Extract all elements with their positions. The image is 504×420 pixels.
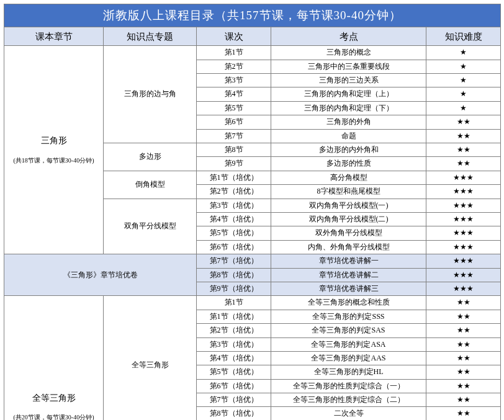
- lesson-cell: 第1节（培优）: [197, 310, 271, 323]
- table-title: 浙教版八上课程目录（共157节课，每节课30-40分钟）: [4, 4, 501, 27]
- lesson-cell: 第3节（培优）: [197, 199, 271, 212]
- lesson-cell: 第7节（培优）: [197, 254, 271, 268]
- lesson-cell: 第7节（培优）: [197, 393, 271, 407]
- point-cell: 三角形的内角和定理（下）: [271, 101, 426, 115]
- point-cell: 多边形的内外角和: [271, 143, 426, 157]
- point-cell: 双内角角平分线模型(二): [271, 212, 426, 226]
- difficulty-cell: ★★★: [426, 226, 501, 240]
- difficulty-cell: ★★: [426, 310, 501, 323]
- topic-cell: 双角平分线模型: [104, 199, 197, 254]
- chapter-cell: 三角形(共18节课，每节课30-40分钟): [4, 46, 104, 254]
- point-cell: 命题: [271, 129, 426, 143]
- point-cell: 三角形的概念: [271, 46, 426, 60]
- lesson-cell: 第6节: [197, 115, 271, 129]
- point-cell: 三角形中的三条重要线段: [271, 60, 426, 73]
- point-cell: 全等三角形的性质判定综合（一）: [271, 379, 426, 393]
- topic-cell: 多边形: [104, 143, 197, 171]
- lesson-cell: 第2节（培优）: [197, 185, 271, 199]
- lesson-cell: 第4节: [197, 87, 271, 101]
- difficulty-cell: ★★: [426, 157, 501, 171]
- point-cell: 全等三角形的判定ASA: [271, 337, 426, 351]
- point-cell: 全等三角形的概念和性质: [271, 296, 426, 310]
- difficulty-cell: ★★: [426, 296, 501, 310]
- difficulty-cell: ★★★: [426, 268, 501, 282]
- difficulty-cell: ★★★: [426, 254, 501, 268]
- difficulty-cell: ★★: [426, 129, 501, 143]
- difficulty-cell: ★★★: [426, 212, 501, 226]
- lesson-cell: 第6节（培优）: [197, 379, 271, 393]
- lesson-cell: 第5节（培优）: [197, 365, 271, 379]
- lesson-cell: 第4节（培优）: [197, 212, 271, 226]
- topic-cell: 三角形的边与角: [104, 46, 197, 143]
- difficulty-cell: ★★★: [426, 282, 501, 295]
- point-cell: 8字模型和燕尾模型: [271, 185, 426, 199]
- difficulty-cell: ★★: [426, 115, 501, 129]
- difficulty-cell: ★★: [426, 365, 501, 379]
- col-header: 考点: [271, 27, 426, 46]
- lesson-cell: 第8节（培优）: [197, 407, 271, 420]
- difficulty-cell: ★★: [426, 351, 501, 365]
- difficulty-cell: ★: [426, 46, 501, 60]
- difficulty-cell: ★★★: [426, 171, 501, 184]
- lesson-cell: 第9节（培优）: [197, 282, 271, 295]
- difficulty-cell: ★★: [426, 393, 501, 407]
- lesson-cell: 第1节（培优）: [197, 171, 271, 184]
- difficulty-cell: ★: [426, 74, 501, 87]
- point-cell: 二次全等: [271, 407, 426, 420]
- topic-cell: 倒角模型: [104, 171, 197, 199]
- point-cell: 全等三角形的判定AAS: [271, 351, 426, 365]
- col-header: 课次: [197, 27, 271, 46]
- point-cell: 全等三角形的性质判定综合（二）: [271, 393, 426, 407]
- difficulty-cell: ★★: [426, 337, 501, 351]
- lesson-cell: 第1节: [197, 296, 271, 310]
- lesson-cell: 第4节（培优）: [197, 351, 271, 365]
- lesson-cell: 第9节: [197, 157, 271, 171]
- col-header: 知识难度: [426, 27, 501, 46]
- difficulty-cell: ★: [426, 101, 501, 115]
- difficulty-cell: ★: [426, 87, 501, 101]
- difficulty-cell: ★★★: [426, 185, 501, 199]
- point-cell: 双内角角平分线模型(一): [271, 199, 426, 212]
- lesson-cell: 第1节: [197, 46, 271, 60]
- lesson-cell: 第3节（培优）: [197, 337, 271, 351]
- point-cell: 章节培优卷讲解一: [271, 254, 426, 268]
- lesson-cell: 第3节: [197, 74, 271, 87]
- col-header: 课本章节: [4, 27, 104, 46]
- point-cell: 章节培优卷讲解二: [271, 268, 426, 282]
- lesson-cell: 第8节: [197, 143, 271, 157]
- point-cell: 全等三角形的判定SSS: [271, 310, 426, 323]
- lesson-cell: 第5节（培优）: [197, 226, 271, 240]
- topic-cell: 全等三角形: [104, 296, 197, 420]
- difficulty-cell: ★: [426, 60, 501, 73]
- difficulty-cell: ★★: [426, 324, 501, 337]
- review-title-cell: 《三角形》章节培优卷: [4, 254, 197, 296]
- lesson-cell: 第5节: [197, 101, 271, 115]
- difficulty-cell: ★★: [426, 407, 501, 420]
- difficulty-cell: ★★★: [426, 199, 501, 212]
- difficulty-cell: ★★: [426, 379, 501, 393]
- lesson-cell: 第8节（培优）: [197, 268, 271, 282]
- point-cell: 章节培优卷讲解三: [271, 282, 426, 295]
- difficulty-cell: ★★★: [426, 240, 501, 254]
- point-cell: 全等三角形的判定HL: [271, 365, 426, 379]
- point-cell: 多边形的性质: [271, 157, 426, 171]
- lesson-cell: 第2节（培优）: [197, 324, 271, 337]
- point-cell: 内角、外角角平分线模型: [271, 240, 426, 254]
- point-cell: 三角形的三边关系: [271, 74, 426, 87]
- point-cell: 双外角角平分线模型: [271, 226, 426, 240]
- chapter-cell: 全等三角形(共20节课，每节课30-40分钟): [4, 296, 104, 420]
- point-cell: 三角形的内角和定理（上）: [271, 87, 426, 101]
- lesson-cell: 第7节: [197, 129, 271, 143]
- col-header: 知识点专题: [104, 27, 197, 46]
- lesson-cell: 第6节（培优）: [197, 240, 271, 254]
- point-cell: 三角形的外角: [271, 115, 426, 129]
- point-cell: 高分角模型: [271, 171, 426, 184]
- course-table: 浙教版八上课程目录（共157节课，每节课30-40分钟）课本章节知识点专题课次考…: [4, 4, 501, 420]
- lesson-cell: 第2节: [197, 60, 271, 73]
- point-cell: 全等三角形的判定SAS: [271, 324, 426, 337]
- difficulty-cell: ★★: [426, 143, 501, 157]
